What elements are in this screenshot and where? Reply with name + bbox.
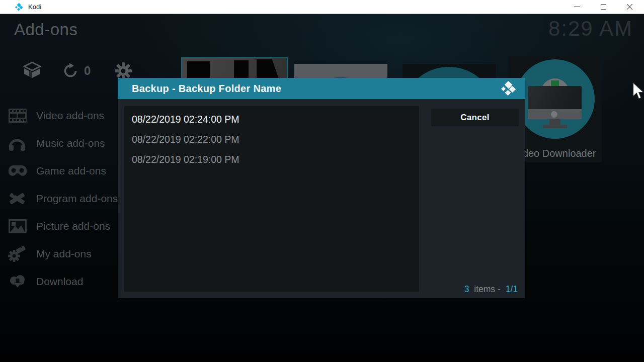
list-item[interactable]: 08/22/2019 02:24:00 PM xyxy=(124,109,419,129)
page-title: Add-ons xyxy=(14,20,77,39)
sidebar-item-label: Video add-ons xyxy=(36,110,104,122)
settings-gear-icon[interactable] xyxy=(115,62,132,79)
monitor-screen xyxy=(528,86,582,109)
minimize-icon xyxy=(574,7,580,7)
refresh-count: 0 xyxy=(84,64,91,78)
sidebar-item-label: My add-ons xyxy=(36,248,92,260)
sidebar-item-my-addons[interactable]: My add-ons xyxy=(0,243,121,265)
list-item[interactable]: 08/22/2019 02:22:00 PM xyxy=(124,129,419,149)
window-titlebar: Kodi xyxy=(0,0,644,14)
cancel-button[interactable]: Cancel xyxy=(431,109,519,126)
kodi-logo-icon xyxy=(500,81,517,96)
film-icon xyxy=(8,108,27,123)
window-title: Kodi xyxy=(28,3,41,11)
headphones-icon xyxy=(8,135,26,151)
program-tools-icon xyxy=(8,191,26,207)
sidebar-item-video-addons[interactable]: Video add-ons xyxy=(0,105,121,127)
backup-folder-dialog: Backup - Backup Folder Name 08/22/2019 0… xyxy=(118,78,525,298)
maximize-button[interactable] xyxy=(592,0,615,14)
kodi-window: Kodi Add-ons 8:29 AM 0 xyxy=(0,0,644,362)
sidebar-item-label: Music add-ons xyxy=(36,137,105,149)
gear-wrench-icon xyxy=(8,245,26,262)
sidebar-item-label: Picture add-ons xyxy=(36,220,110,232)
items-label: items - xyxy=(474,284,501,294)
sidebar-item-label: Game add-ons xyxy=(36,165,106,177)
items-count: 3 xyxy=(464,284,469,294)
refresh-icon[interactable] xyxy=(63,63,78,78)
addon-package-icon[interactable] xyxy=(23,62,41,79)
maximize-icon xyxy=(601,4,606,10)
sidebar-item-game-addons[interactable]: Game add-ons xyxy=(0,160,121,182)
items-count-status: 3 items - 1/1 xyxy=(464,284,518,295)
minimize-button[interactable] xyxy=(566,0,589,14)
picture-icon xyxy=(8,219,27,234)
sidebar-item-label: Program add-ons xyxy=(36,193,118,205)
dialog-title: Backup - Backup Folder Name xyxy=(132,78,281,99)
sidebar-item-download[interactable]: Download xyxy=(0,270,121,293)
close-button[interactable] xyxy=(618,0,641,14)
kodi-logo-icon xyxy=(15,3,24,12)
clock: 8:29 AM xyxy=(548,17,633,41)
cloud-download-icon xyxy=(8,274,27,290)
list-item[interactable]: 08/22/2019 02:19:00 PM xyxy=(124,149,419,169)
sidebar-item-program-addons[interactable]: Program add-ons xyxy=(0,188,121,210)
close-icon xyxy=(626,4,633,10)
sidebar-item-picture-addons[interactable]: Picture add-ons xyxy=(0,215,121,237)
monitor-base xyxy=(543,125,567,128)
monitor-dot xyxy=(551,111,557,118)
mouse-cursor xyxy=(632,82,644,100)
sidebar-item-label: Download xyxy=(36,276,83,288)
backup-list: 08/22/2019 02:24:00 PM 08/22/2019 02:22:… xyxy=(124,106,419,292)
gamepad-icon xyxy=(8,163,27,178)
dialog-header: Backup - Backup Folder Name xyxy=(118,78,525,99)
page-indicator: 1/1 xyxy=(506,284,518,294)
sidebar-item-music-addons[interactable]: Music add-ons xyxy=(0,132,121,154)
